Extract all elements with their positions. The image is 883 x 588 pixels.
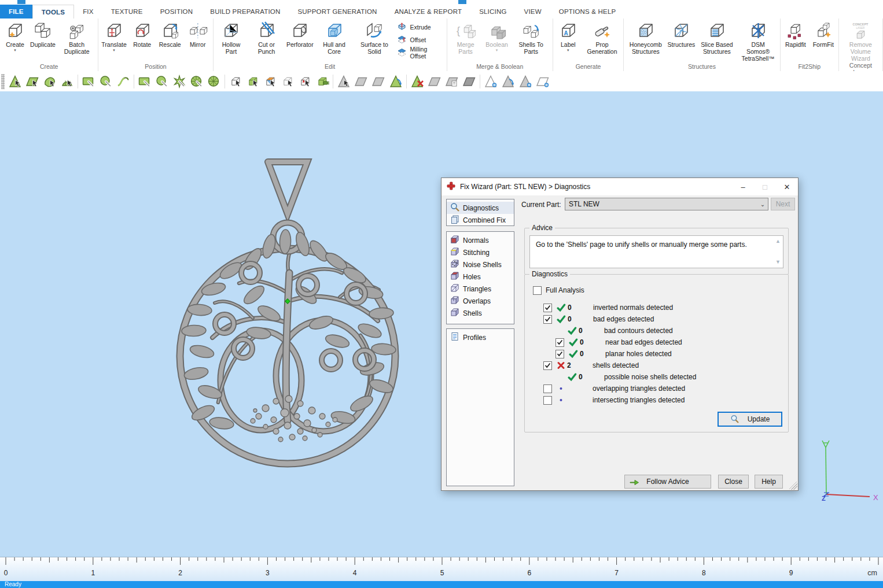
- select-colored-tool-icon[interactable]: [262, 73, 278, 90]
- sidebar-item-overlaps[interactable]: Overlaps: [447, 295, 514, 307]
- menubar: FILETOOLSFIXTEXTUREPOSITIONBUILD PREPARA…: [0, 5, 883, 19]
- mark-shell-tool-icon[interactable]: [59, 73, 75, 90]
- marked-triangle-view-icon[interactable]: [336, 73, 352, 90]
- ribbon-button-formfit[interactable]: FormFit: [810, 19, 837, 48]
- diagnostic-checkbox[interactable]: [555, 338, 564, 347]
- ribbon-button-shells-to-parts[interactable]: Shells To Parts: [511, 19, 551, 55]
- help-button[interactable]: Help: [755, 475, 783, 489]
- mark-surface-tool-icon[interactable]: [42, 73, 58, 90]
- copy-marking-tool-icon[interactable]: [444, 73, 460, 90]
- diagnostic-checkbox[interactable]: [543, 361, 552, 370]
- ribbon-button-mirror[interactable]: Mirror: [184, 19, 212, 48]
- diagnostic-checkbox[interactable]: [543, 384, 552, 393]
- ribbon-button-slice-based-structures[interactable]: Slice Based Structures: [696, 19, 737, 55]
- invert-marking-tool-icon[interactable]: [388, 73, 404, 90]
- sidebar-item-noise-shells[interactable]: Noise Shells: [447, 258, 514, 271]
- update-button[interactable]: Update: [718, 412, 782, 427]
- menu-tab-analyze-report[interactable]: ANALYZE & REPORT: [386, 5, 471, 19]
- ribbon-button-milling-offset[interactable]: Milling Offset: [397, 46, 443, 59]
- sidebar-item-stitching[interactable]: Stitching: [447, 246, 514, 258]
- window-mark-tool-icon[interactable]: [137, 73, 153, 90]
- full-analysis-checkbox[interactable]: [533, 286, 542, 295]
- menu-tab-slicing[interactable]: SLICING: [470, 5, 515, 19]
- ribbon-group-create: Create▾DuplicateBatch DuplicateCreate: [0, 19, 98, 71]
- marked-plane-view-icon[interactable]: [353, 73, 369, 90]
- ribbon-button-rapidfit[interactable]: Rapidfit: [782, 19, 810, 48]
- star-mark-tool-icon[interactable]: [171, 73, 187, 90]
- dialog-titlebar[interactable]: Fix Wizard (Part: STL NEW) > Diagnostics…: [442, 178, 798, 195]
- menu-tab-options-help[interactable]: OPTIONS & HELP: [550, 5, 625, 19]
- diagnostic-checkbox[interactable]: [555, 350, 564, 358]
- brush-mark-tool-icon[interactable]: [154, 73, 170, 90]
- ribbon-button-offset[interactable]: Offset: [397, 34, 443, 46]
- menu-tab-build-preparation[interactable]: BUILD PREPARATION: [201, 5, 289, 19]
- expand-marking-tool-icon[interactable]: [426, 73, 443, 90]
- ribbon-button-perforator[interactable]: Perforator: [285, 19, 315, 48]
- ribbon-button-label[interactable]: ALabel▾: [554, 19, 582, 52]
- rotate-selection-tool-icon[interactable]: [500, 73, 516, 90]
- menu-tab-texture[interactable]: TEXTURE: [102, 5, 152, 19]
- scroll-up-icon[interactable]: ▲: [774, 238, 782, 245]
- ribbon-button-extrude[interactable]: Extrude: [397, 21, 443, 34]
- diagnostic-checkbox[interactable]: [543, 315, 552, 324]
- ribbon-button-rescale[interactable]: Rescale: [156, 19, 184, 48]
- ribbon-button-create[interactable]: Create▾: [1, 19, 29, 52]
- ribbon-button-cut-or-punch[interactable]: Cut or Punch: [248, 19, 285, 55]
- shrink-selection-tool-icon[interactable]: [517, 73, 534, 90]
- plane-selection-tool-icon[interactable]: [535, 73, 551, 90]
- marked-plane-alt-view-icon[interactable]: [370, 73, 387, 90]
- current-part-dropdown[interactable]: STL NEW ⌄: [565, 198, 768, 210]
- menu-tab-position[interactable]: POSITION: [152, 5, 202, 19]
- ribbon-button-batch-duplicate[interactable]: Batch Duplicate: [57, 19, 97, 55]
- ribbon-button-honeycomb-structures[interactable]: Honeycomb Structures: [625, 19, 666, 55]
- select-visible-tool-icon[interactable]: [245, 73, 261, 90]
- circle-mark-tool-icon[interactable]: [98, 73, 114, 90]
- delete-marked-tool-icon[interactable]: [409, 73, 425, 90]
- rectangle-mark-tool-icon[interactable]: [80, 73, 97, 90]
- mark-triangle-tool-icon[interactable]: [7, 73, 23, 90]
- sidebar-item-triangles[interactable]: Triangles: [447, 283, 514, 295]
- ribbon-button-prop-generation[interactable]: Prop Generation: [582, 19, 622, 55]
- svg-text:CONCEPT: CONCEPT: [853, 23, 869, 26]
- ribbon-button-rotate[interactable]: Rotate: [128, 19, 156, 48]
- wheel-mark-tool-icon[interactable]: [189, 73, 205, 90]
- diagnostic-checkbox[interactable]: [543, 396, 552, 405]
- menu-tab-support-generation[interactable]: SUPPORT GENERATION: [289, 5, 385, 19]
- ribbon-button-structures[interactable]: Structures: [666, 19, 696, 48]
- ribbon-button-hollow-part[interactable]: Hollow Part: [215, 19, 248, 55]
- freeform-mark-tool-icon[interactable]: [115, 73, 131, 90]
- ribbon-button-duplicate[interactable]: Duplicate: [29, 19, 57, 48]
- mark-plane-tool-icon[interactable]: [24, 73, 41, 90]
- ribbon-button-dsm-somos-tetrashell[interactable]: DSM Somos® TetraShell™: [738, 19, 779, 62]
- resize-grip[interactable]: [789, 482, 797, 490]
- close-button[interactable]: Close: [718, 475, 749, 489]
- sidebar-item-normals[interactable]: Normals: [447, 234, 514, 246]
- menu-tab-fix[interactable]: FIX: [74, 5, 102, 19]
- sidebar-item-shells[interactable]: Shells: [447, 307, 514, 319]
- minimize-button[interactable]: –: [732, 179, 754, 195]
- sidebar-item-profiles[interactable]: Profiles: [447, 331, 514, 343]
- close-icon[interactable]: ✕: [776, 179, 798, 195]
- sidebar-item-diagnostics[interactable]: Diagnostics: [447, 202, 514, 214]
- sidebar-item-holes[interactable]: Holes: [447, 271, 514, 283]
- scroll-down-icon[interactable]: ▼: [774, 258, 782, 266]
- select-marked-tool-icon[interactable]: [297, 73, 313, 90]
- diagnostic-checkbox[interactable]: [543, 304, 552, 312]
- select-through-tool-icon[interactable]: [227, 73, 244, 90]
- follow-advice-button[interactable]: Follow Advice: [624, 475, 711, 489]
- connect-selection-tool-icon[interactable]: [314, 73, 330, 90]
- ribbon-button-translate[interactable]: Translate▾: [100, 19, 128, 52]
- toolbar-drag-handle[interactable]: [1, 74, 5, 89]
- sidebar-item-label: Combined Fix: [463, 216, 506, 224]
- ribbon-button-hull-and-core[interactable]: Hull and Core: [315, 19, 354, 55]
- ribbon-button-surface-to-solid[interactable]: Surface to Solid: [354, 19, 395, 55]
- 3d-viewport[interactable]: XZ Fix Wizard (Part: STL NEW) > Diagnost…: [0, 91, 883, 557]
- menu-tab-file[interactable]: FILE: [0, 5, 32, 19]
- disc-mark-tool-icon[interactable]: [206, 73, 222, 90]
- menu-tab-view[interactable]: VIEW: [516, 5, 550, 19]
- grow-selection-tool-icon[interactable]: [483, 73, 499, 90]
- menu-tab-tools[interactable]: TOOLS: [32, 5, 74, 19]
- select-transparent-tool-icon[interactable]: [279, 73, 296, 90]
- sidebar-item-combined-fix[interactable]: Combined Fix: [447, 214, 514, 226]
- fill-marking-tool-icon[interactable]: [461, 73, 477, 90]
